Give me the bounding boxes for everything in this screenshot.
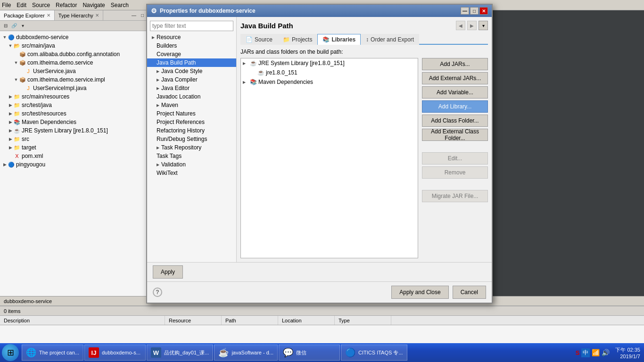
apply-btn[interactable]: Apply [153,265,183,279]
taskbar-item-citics[interactable]: 🔵 CITICS ITAQS 专... [341,345,407,361]
apply-close-btn[interactable]: Apply and Close [391,286,448,299]
word-icon: W [151,347,161,358]
nav-item-javadoc-location[interactable]: Javadoc Location [147,92,236,101]
nav-item-validation[interactable]: Validation [147,160,236,169]
jre-sub-icon: ☕ [257,69,264,76]
add-external-class-folder-btn[interactable]: Add External Class Folder... [422,129,488,141]
nav-item-java-build-path[interactable]: Java Build Path [147,58,236,67]
eclipse-icon: ☕ [218,347,229,358]
taskbar-tray: S 中 📶 🔊 下午 02:35 2019/1/7 [576,346,642,359]
dialog-minimize-btn[interactable]: — [461,7,469,15]
intellij-icon: IJ [89,347,99,358]
nav-arrow: ▶ [151,35,156,40]
taskbar-item-chrome[interactable]: 🌐 The project can... [22,345,83,361]
tab-order-export[interactable]: ↕ Order and Export [361,34,419,45]
nav-item-refactoring-history[interactable]: Refactoring History [147,126,236,135]
tab-libraries[interactable]: 📚 Libraries [317,34,361,45]
taskbar-item-label: The project can... [39,350,79,355]
lib-arrow: ▶ [243,80,249,84]
libraries-description: JARs and class folders on the build path… [240,49,488,55]
nav-item-resource[interactable]: ▶ Resource [147,33,236,41]
nav-item-task-repository[interactable]: Task Repository [147,143,236,152]
content-header: Java Build Path ◀ ▶ ▾ [240,21,488,30]
dialog-footer: Apply [147,262,492,281]
nav-filter-input[interactable] [150,21,233,31]
tray-sohu-icon[interactable]: S [576,349,580,356]
nav-item-java-compiler[interactable]: Java Compiler [147,75,236,84]
content-title: Java Build Path [240,22,293,30]
dropdown-btn[interactable]: ▾ [479,21,488,30]
nav-item-run-debug[interactable]: Run/Debug Settings [147,135,236,143]
dialog-nav: ▶ Resource Builders Coverage Java Build … [147,17,237,262]
lib-item-jre-sub[interactable]: ☕ jre1.8.0_151 [241,68,418,77]
nav-item-task-tags[interactable]: Task Tags [147,152,236,160]
taskbar-item-word[interactable]: W 品优购_day01_课... [147,345,213,361]
nav-item-builders[interactable]: Builders [147,41,236,50]
taskbar-item-label: 品优购_day01_课... [164,349,209,356]
add-jars-btn[interactable]: Add JARs... [422,58,488,70]
btn-spacer2 [422,181,488,188]
dialog-close-btn[interactable]: ✕ [479,7,488,15]
tray-volume-icon[interactable]: 🔊 [602,349,610,356]
nav-item-project-natures[interactable]: Project Natures [147,109,236,118]
help-btn[interactable]: ? [153,288,162,297]
maven-icon: 📚 [249,78,257,86]
jre-icon: ☕ [249,59,257,67]
chrome-icon: 🌐 [26,347,36,358]
taskbar-item-label: 微信 [296,349,306,356]
content-nav-arrows: ◀ ▶ ▾ [456,21,488,30]
libraries-tab-icon: 📚 [322,36,330,43]
start-button[interactable]: ⊞ [2,344,19,361]
lib-item-jre[interactable]: ▶ ☕ JRE System Library [jre1.8.0_151] [241,58,418,68]
back-btn[interactable]: ◀ [456,21,465,30]
order-export-tab-icon: ↕ [366,36,369,43]
migrate-jar-btn[interactable]: Migrate JAR File... [422,190,488,202]
source-tab-icon: 📄 [246,36,253,43]
libraries-list[interactable]: ▶ ☕ JRE System Library [jre1.8.0_151] ☕ … [240,58,418,258]
add-library-btn[interactable]: Add Library... [422,100,488,113]
nav-item-project-references[interactable]: Project References [147,118,236,126]
dialog-tabs: 📄 Source 📁 Projects 📚 Libraries ↕ Order … [240,34,488,45]
tray-lang-icon[interactable]: 中 [581,348,590,357]
libraries-buttons: Add JARs... Add External JARs... Add Var… [422,58,488,258]
dialog-content: Java Build Path ◀ ▶ ▾ 📄 Source 📁 [237,17,492,262]
dialog-overlay: ⚙ Properties for dubboxdemo-service — □ … [0,0,644,362]
taskbar-item-wechat[interactable]: 💬 微信 [279,345,340,361]
dialog-titlebar-controls: — □ ✕ [461,7,488,15]
taskbar-item-eclipse[interactable]: ☕ javaSoftware - d... [214,345,278,361]
lib-item-maven[interactable]: ▶ 📚 Maven Dependencies [241,77,418,87]
dialog-body: ▶ Resource Builders Coverage Java Build … [147,17,492,262]
forward-btn[interactable]: ▶ [467,21,477,30]
lib-arrow: ▶ [243,61,249,66]
taskbar-item-intellij[interactable]: IJ dubboxdemo-s... [84,345,146,361]
edit-btn[interactable]: Edit... [422,152,488,165]
nav-item-wikitext[interactable]: WikiText [147,169,236,177]
citics-icon: 🔵 [345,347,355,358]
nav-item-java-code-style[interactable]: Java Code Style [147,67,236,75]
remove-btn[interactable]: Remove [422,166,488,179]
add-class-folder-btn[interactable]: Add Class Folder... [422,115,488,127]
nav-item-maven[interactable]: Maven [147,101,236,109]
dialog-title-text: Properties for dubboxdemo-service [160,8,461,14]
projects-tab-icon: 📁 [283,36,290,43]
dialog-title-icon: ⚙ [151,7,157,15]
tray-network-icon[interactable]: 📶 [592,349,600,356]
taskbar: ⊞ 🌐 The project can... IJ dubboxdemo-s..… [0,343,644,362]
dialog-maximize-btn[interactable]: □ [470,7,479,15]
tab-source[interactable]: 📄 Source [240,34,278,45]
properties-dialog: ⚙ Properties for dubboxdemo-service — □ … [146,4,493,304]
dialog-bottom: ? Apply and Close Cancel [147,281,492,303]
cancel-btn[interactable]: Cancel [453,286,486,299]
wechat-icon: 💬 [283,347,293,358]
taskbar-item-label: javaSoftware - d... [231,350,273,355]
tray-time: 下午 02:35 2019/1/7 [615,346,640,359]
libraries-area: ▶ ☕ JRE System Library [jre1.8.0_151] ☕ … [240,58,488,258]
taskbar-item-label: dubboxdemo-s... [102,350,140,355]
nav-item-coverage[interactable]: Coverage [147,50,236,58]
dialog-titlebar: ⚙ Properties for dubboxdemo-service — □ … [147,5,492,17]
nav-item-java-editor[interactable]: Java Editor [147,84,236,92]
add-external-jars-btn[interactable]: Add External JARs... [422,72,488,84]
add-variable-btn[interactable]: Add Variable... [422,86,488,99]
taskbar-item-label: CITICS ITAQS 专... [358,349,403,356]
tab-projects[interactable]: 📁 Projects [278,34,317,45]
